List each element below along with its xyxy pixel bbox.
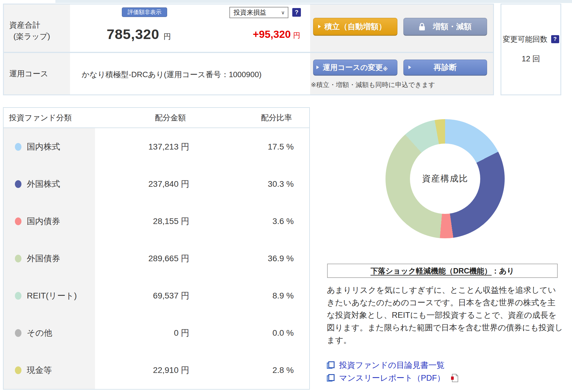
asset-class-dot-icon [15, 292, 21, 300]
prospectus-link-row: 投資ファンドの目論見書一覧 [327, 359, 458, 371]
asset-class-label: その他 [4, 327, 95, 339]
table-row: 外国株式237,840 円30.3 % [4, 165, 309, 203]
asset-class-label: 外国株式 [4, 178, 95, 190]
drc-feature-box: 下落ショック軽減機能（DRC機能）：あり [327, 264, 558, 278]
profit-loss-amount: +95,320円 [217, 28, 300, 40]
asset-class-dot-icon [15, 143, 21, 151]
total-asset-value: 785,320 [107, 26, 159, 42]
asset-class-label: 国内株式 [4, 141, 95, 153]
table-header: 投資ファンド分類 配分金額 配分比率 [4, 108, 309, 128]
course-change-button[interactable]: 運用コースの変更※ [313, 60, 397, 76]
profit-loss-value: +95,320 [253, 28, 291, 40]
asset-class-name: 国内債券 [27, 216, 60, 227]
drc-feature-title: 下落ショック軽減機能（DRC機能） [371, 266, 492, 276]
help-icon[interactable]: ? [551, 35, 559, 43]
chevron-down-icon: ∨ [281, 10, 285, 16]
allocation-amount: 289,665 円 [95, 253, 189, 264]
pdf-icon [451, 374, 458, 382]
table-body: 国内株式137,213 円17.5 %外国株式237,840 円30.3 %国内… [4, 128, 309, 389]
asset-class-name: その他 [27, 327, 52, 339]
asset-class-dot-icon [15, 180, 21, 188]
profit-loss-unit: 円 [293, 31, 300, 39]
allocation-ratio: 2.8 % [189, 365, 309, 375]
total-asset-amount: 785,320円 [107, 26, 171, 42]
top-strip [55, 0, 572, 3]
change-count-panel: 変更可能回数 ? 12 回 [500, 4, 561, 95]
table-row: REIT(リート)69,537 円8.9 % [4, 277, 309, 315]
arrow-right-icon [316, 66, 319, 69]
window-icon [327, 361, 335, 369]
course-description: あまりリスクを気にしすぎずに、とことん収益性を追求していきたいあなたのためのコー… [327, 284, 563, 346]
allocation-amount: 69,537 円 [95, 290, 189, 301]
hide-valuation-button[interactable]: 評価額非表示 [122, 7, 167, 17]
asset-class-name: 外国株式 [27, 178, 60, 190]
course-row-label: 運用コース [4, 53, 70, 94]
help-icon[interactable]: ? [292, 8, 301, 17]
summary-row-divider [4, 52, 493, 53]
allocation-ratio: 0.0 % [189, 328, 309, 338]
arrow-right-icon [408, 66, 411, 69]
allocation-amount: 22,910 円 [95, 365, 189, 376]
course-name-text: かなり積極型-DRCあり(運用コース番号：1000900) [82, 69, 262, 80]
column-header-fund-class: 投資ファンド分類 [9, 108, 72, 127]
prospectus-link[interactable]: 投資ファンドの目論見書一覧 [339, 360, 444, 371]
rakuten-wrap-dashboard: 資産合計 (楽ラップ) 運用コース 評価額非表示 785,320円 投資来損益 … [0, 0, 572, 392]
allocation-ratio: 36.9 % [189, 254, 309, 263]
simultaneous-application-note: ※積立・増額・減額も同時に申込できます [311, 80, 435, 89]
table-row: 国内債券28,155 円3.6 % [4, 203, 309, 240]
table-row: 現金等22,910 円2.8 % [4, 352, 309, 389]
asset-class-name: 国内株式 [27, 141, 60, 153]
lock-icon [419, 23, 425, 31]
window-icon [327, 374, 335, 382]
profit-loss-select-value: 投資来損益 [234, 8, 266, 17]
reserve-auto-increase-button[interactable]: 積立（自動増額） [313, 18, 397, 36]
asset-class-name: 外国債券 [27, 253, 60, 264]
change-count-value: 12 回 [501, 54, 560, 64]
asset-total-label: 資産合計 (楽ラップ) [4, 4, 70, 52]
increase-decrease-button[interactable]: 増額・減額 [403, 18, 487, 36]
course-change-note-mark: ※ [383, 66, 388, 72]
asset-class-dot-icon [15, 217, 21, 225]
drc-feature-status: ：あり [492, 266, 514, 276]
summary-panel: 資産合計 (楽ラップ) 運用コース 評価額非表示 785,320円 投資来損益 … [3, 4, 494, 95]
asset-class-dot-icon [15, 255, 21, 262]
change-count-label: 変更可能回数 [503, 34, 548, 44]
allocation-amount: 0 円 [95, 327, 189, 339]
allocation-amount: 237,840 円 [95, 178, 189, 190]
monthly-report-link-row: マンスリーレポート（PDF） [327, 371, 458, 384]
rediagnosis-button[interactable]: 再診断 [403, 60, 487, 76]
asset-class-name: 現金等 [27, 365, 52, 376]
allocation-amount: 137,213 円 [95, 141, 189, 153]
allocation-amount: 28,155 円 [95, 216, 189, 227]
allocation-ratio: 3.6 % [189, 217, 309, 226]
asset-total-label-line2: (楽ラップ) [13, 31, 70, 42]
table-row: その他0 円0.0 % [4, 315, 309, 352]
asset-class-label: 外国債券 [4, 253, 95, 264]
asset-class-label: 国内債券 [4, 216, 95, 227]
fund-allocation-table: 投資ファンド分類 配分金額 配分比率 国内株式137,213 円17.5 %外国… [3, 107, 310, 390]
column-header-amount: 配分金額 [132, 108, 209, 127]
arrow-right-icon [318, 25, 321, 28]
chart-center-label: 資産構成比 [410, 144, 480, 214]
column-header-ratio: 配分比率 [238, 108, 315, 127]
profit-loss-select[interactable]: 投資来損益 ∨ [229, 7, 288, 18]
document-links: 投資ファンドの目論見書一覧 マンスリーレポート（PDF） [327, 359, 458, 384]
allocation-ratio: 17.5 % [189, 142, 309, 152]
asset-class-dot-icon [15, 366, 21, 374]
asset-composition-chart: 資産構成比 [386, 119, 505, 238]
asset-class-dot-icon [15, 329, 21, 337]
table-row: 国内株式137,213 円17.5 % [4, 128, 309, 165]
asset-class-label: REIT(リート) [4, 290, 95, 301]
allocation-ratio: 30.3 % [189, 179, 309, 189]
asset-total-label-line1: 資産合計 [9, 19, 70, 31]
allocation-ratio: 8.9 % [189, 291, 309, 301]
asset-class-label: 現金等 [4, 365, 95, 376]
total-asset-unit: 円 [164, 32, 171, 41]
monthly-report-link[interactable]: マンスリーレポート（PDF） [339, 373, 445, 383]
table-row: 外国債券289,665 円36.9 % [4, 240, 309, 277]
asset-class-name: REIT(リート) [27, 290, 77, 301]
